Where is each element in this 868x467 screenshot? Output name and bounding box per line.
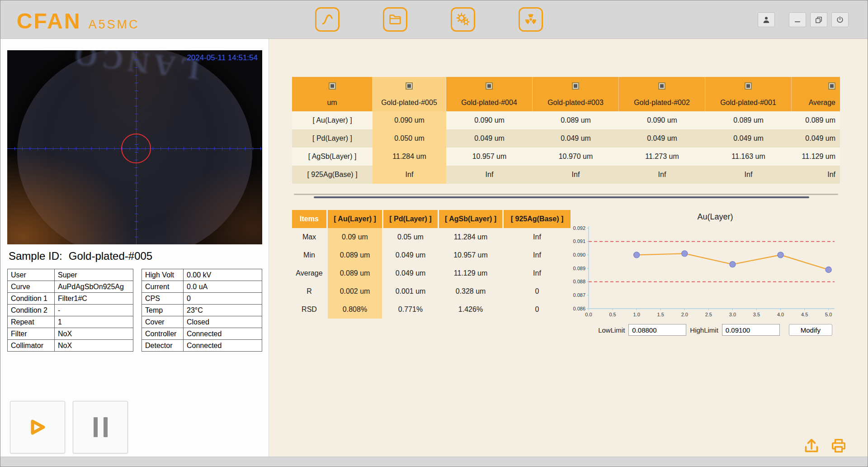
svg-text:2.5: 2.5 [705, 312, 712, 317]
info-key: Curve [8, 281, 55, 293]
low-limit-input[interactable] [628, 324, 686, 336]
scrollbar-handle[interactable] [314, 196, 809, 198]
svg-text:0.090: 0.090 [573, 252, 585, 257]
settings-tool-button[interactable] [451, 7, 475, 32]
column-checkbox[interactable] [329, 82, 336, 90]
info-value: 23°C [184, 305, 262, 316]
checkbox-mark [407, 84, 411, 88]
info-value: - [55, 305, 133, 316]
statistics-body: Max0.09 um0.05 um11.284 umInfMin0.089 um… [292, 228, 571, 319]
user-button[interactable] [758, 12, 775, 27]
column-checkbox[interactable] [486, 82, 493, 90]
power-icon [835, 15, 844, 24]
restore-icon [814, 15, 823, 24]
brand-name: CFAN [17, 9, 81, 33]
results-column-header: Gold-plated-#003 [533, 77, 619, 111]
checkbox-mark [574, 84, 577, 88]
result-value: 0.090 um [373, 111, 446, 129]
result-value: Inf [792, 166, 840, 184]
radiation-tool-button[interactable] [519, 7, 543, 32]
info-row: DetectorConnected [142, 340, 262, 352]
stat-name: RSD [292, 300, 326, 319]
start-button[interactable] [10, 401, 65, 453]
info-value: 0.00 kV [184, 269, 262, 281]
scrollbar-track [294, 194, 838, 195]
checkbox-mark [487, 84, 491, 88]
column-checkbox[interactable] [572, 82, 579, 90]
result-value: 0.090 um [446, 111, 533, 129]
svg-text:0.087: 0.087 [573, 292, 585, 298]
checkbox-mark [746, 84, 750, 88]
svg-text:2.0: 2.0 [681, 312, 688, 317]
column-checkbox[interactable] [745, 82, 752, 90]
modify-button[interactable]: Modify [789, 324, 832, 336]
result-value: Inf [705, 166, 792, 184]
folder-tool-button[interactable] [383, 7, 407, 32]
svg-text:0.088: 0.088 [573, 279, 585, 284]
info-value: Filter1#C [55, 293, 133, 305]
results-scrollbar[interactable] [292, 193, 840, 199]
stat-name: Average [292, 264, 326, 282]
checkbox-mark [830, 84, 834, 88]
info-key: Current [142, 281, 184, 293]
info-row: High Volt0.00 kV [142, 269, 262, 281]
power-button[interactable] [831, 12, 849, 27]
restore-button[interactable] [810, 12, 827, 27]
stat-value: 0.771% [383, 300, 438, 319]
stat-value: 0.089 um [328, 246, 382, 264]
svg-text:1.0: 1.0 [633, 312, 640, 317]
instrument-status-table: High Volt0.00 kVCurrent0.0 uACPS0Temp23°… [142, 269, 262, 352]
stat-value: 11.284 um [439, 228, 502, 246]
info-key: Collimator [8, 340, 55, 352]
results-column-header: Average [792, 77, 840, 111]
stats-row: Max0.09 um0.05 um11.284 umInf [292, 228, 571, 246]
svg-text:0.086: 0.086 [573, 306, 585, 311]
column-label: um [327, 99, 337, 107]
column-checkbox[interactable] [406, 82, 413, 90]
stat-value: 0.001 um [383, 282, 438, 300]
column-label: Gold-plated-#001 [720, 99, 776, 107]
curve-tool-button[interactable] [315, 7, 340, 32]
column-checkbox[interactable] [828, 82, 835, 90]
export-button[interactable] [802, 436, 821, 456]
svg-text:3.5: 3.5 [753, 312, 760, 317]
stats-column-header: [ 925Ag(Base) ] [504, 210, 571, 228]
folder-icon [388, 12, 402, 27]
column-label: Gold-plated-#003 [547, 99, 604, 107]
statistics-header-row: Items[ Au(Layer) ][ Pd(Layer) ][ AgSb(La… [292, 210, 571, 228]
results-table: umGold-plated-#005Gold-plated-#004Gold-p… [292, 77, 840, 184]
info-key: Filter [8, 328, 55, 340]
result-value: 11.284 um [373, 148, 446, 166]
info-row: Condition 2- [8, 305, 133, 316]
result-value: 11.273 um [619, 148, 705, 166]
print-button[interactable] [829, 436, 849, 456]
info-row: CPS0 [142, 293, 262, 305]
info-key: Temp [142, 305, 184, 316]
stat-value: 11.129 um [439, 264, 502, 282]
minimize-button[interactable] [789, 12, 806, 27]
pause-button[interactable] [73, 401, 128, 453]
stat-value: 0.002 um [328, 282, 382, 300]
result-value: 0.049 um [619, 129, 705, 148]
stat-value: 0.328 um [439, 282, 502, 300]
info-value: NoX [55, 340, 133, 352]
results-column-header: Gold-plated-#001 [705, 77, 792, 111]
svg-text:0.091: 0.091 [573, 238, 585, 244]
layer-name: [ 925Ag(Base) ] [292, 166, 373, 184]
results-body: [ Au(Layer) ]0.090 um0.090 um0.089 um0.0… [292, 111, 840, 184]
checkbox-mark [330, 84, 334, 88]
column-checkbox[interactable] [658, 82, 665, 90]
results-column-header: Gold-plated-#002 [619, 77, 705, 111]
stats-column-header: [ AgSb(Layer) ] [439, 210, 502, 228]
print-icon [830, 437, 848, 455]
app-window: CFAN A5SMC [0, 0, 868, 467]
result-value: 11.163 um [705, 148, 792, 166]
play-icon [27, 418, 48, 436]
info-value: Super [55, 269, 133, 281]
stat-value: 10.957 um [439, 246, 502, 264]
result-value: 0.050 um [373, 129, 446, 148]
status-bar [0, 457, 868, 467]
stats-column-header: [ Au(Layer) ] [328, 210, 382, 228]
high-limit-input[interactable] [722, 324, 780, 336]
info-row: UserSuper [8, 269, 133, 281]
